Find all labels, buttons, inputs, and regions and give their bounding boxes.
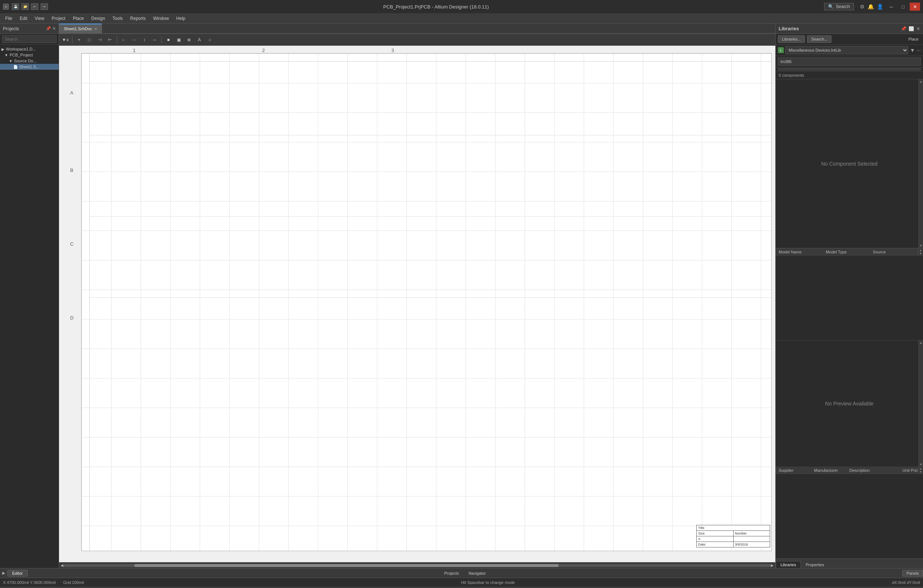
panel-pin-icon[interactable]: 📌 [46,26,51,31]
tab-close-icon[interactable]: ✕ [94,27,97,31]
tree-item-project[interactable]: ▼ PCB_Project [0,52,59,58]
circle-btn[interactable]: ○ [205,35,215,44]
source-label: Source Do... [14,59,36,63]
supplier-scroll-down[interactable]: ▼ [919,470,922,473]
scroll-right-btn[interactable]: ▶ [771,563,774,567]
lib-dropdown[interactable]: Miscellaneous Devices.IntLib [785,46,908,54]
search-button[interactable]: Search... [807,35,831,43]
size-number-row: Size Number [697,531,770,536]
canvas-area[interactable]: 1 2 3 A B C D Title Size [59,46,775,562]
tab-sheet1[interactable]: Sheet1.SchDoc ✕ [59,24,102,33]
arrow-left-btn[interactable]: ← [119,35,128,44]
text-btn[interactable]: A [195,35,204,44]
menu-item-view[interactable]: View [31,15,48,22]
panel-close-icon[interactable]: ✕ [53,26,56,31]
tree-item-sheet[interactable]: 📄 Sheet1.S... [0,64,59,70]
projects-search-input[interactable] [2,35,56,43]
lib-selector-row: L Miscellaneous Devices.IntLib ▼ ··· [776,45,923,56]
settings-icon[interactable]: ⚙ [860,4,865,10]
libraries-button[interactable]: Libraries... [778,35,805,43]
properties-tab[interactable]: Properties [801,561,829,568]
redo-icon[interactable]: ↪ [41,3,48,10]
row-label-c: C [70,241,74,247]
add-btn[interactable]: + [74,35,84,44]
search-icon: 🔍 [828,4,834,9]
lib-close-icon[interactable]: ✕ [916,26,920,31]
toolbar-icon-2[interactable]: 📁 [21,3,29,10]
menu-item-design[interactable]: Design [87,15,108,22]
center-area: Sheet1.SchDoc ✕ ▼≡ + □ ⊣ ⊢ ← → ↕ ↔ ■ ▣ ⊕… [59,24,775,568]
scroll-down-arrow[interactable]: ▼ [919,244,923,248]
libraries-panel: Libraries 📌 ⬜ ✕ Libraries... Search... P… [775,24,923,568]
fill-btn[interactable]: ■ [164,35,173,44]
preview-scrollbar[interactable]: ▲ ▼ [918,341,923,467]
number-label: Number [734,531,770,536]
preview-scroll-up[interactable]: ▲ [919,341,923,345]
h-resize-btn[interactable]: ↔ [150,35,159,44]
lib-search-input[interactable] [778,57,921,66]
pattern-btn[interactable]: ▣ [174,35,184,44]
scroll-up-arrow[interactable]: ▲ [919,79,923,84]
menu-item-place[interactable]: Place [69,15,87,22]
scroll-thumb[interactable] [135,564,559,567]
menu-item-edit[interactable]: Edit [16,15,31,22]
right-align-btn[interactable]: ⊢ [105,35,115,44]
tree-item-source[interactable]: ▼ Source Do... [0,58,59,64]
navigator-bottom-tab[interactable]: Navigator [464,570,491,577]
col-num-2: 2 [262,47,265,53]
scroll-left-btn[interactable]: ◀ [61,563,64,567]
delta-label: dX:0mil dY:0mil [892,580,920,585]
rect-btn[interactable]: □ [85,35,94,44]
supplier-table-body [776,474,923,559]
projects-tree: ▶ Workspace1.D... ▼ PCB_Project ▼ Source… [0,45,59,568]
lib-pin-icon[interactable]: 📌 [901,26,907,31]
menu-item-tools[interactable]: Tools [109,15,126,22]
model-scroll-up[interactable]: ▲ [919,249,922,252]
row-label-a: A [70,90,74,95]
menu-item-file[interactable]: File [2,15,16,22]
menu-item-help[interactable]: Help [172,15,189,22]
canvas-hline-2 [89,216,771,216]
supplier-table-header: Supplier Manufacturer Description Unit P… [776,467,923,474]
comp-list-scrollbar[interactable]: ▲ ▼ [918,79,923,248]
minimize-button[interactable]: ─ [886,3,897,11]
libraries-tab[interactable]: Libraries [776,561,801,568]
projects-bottom-tab[interactable]: Projects [439,570,464,577]
libraries-panel-title: Libraries [778,26,799,31]
filter-btn[interactable]: ▼≡ [61,35,70,44]
titlebar-search[interactable]: 🔍 Search [824,3,854,10]
v-resize-btn[interactable]: ↕ [140,35,149,44]
no-preview-label: No Preview Available [825,401,874,406]
lib-float-icon[interactable]: ⬜ [908,26,914,31]
preview-scroll-down[interactable]: ▼ [919,462,923,467]
notification-icon[interactable]: 🔔 [868,4,874,10]
panels-button[interactable]: Panels [902,570,923,577]
tree-item-workspace[interactable]: ▶ Workspace1.D... [0,46,59,52]
supplier-scrollbar[interactable]: ▲ ▼ [918,467,923,473]
left-align-btn[interactable]: ⊣ [95,35,105,44]
h-scrollbar[interactable]: ◀ ▶ [59,562,775,568]
toolbar-icon-1[interactable]: 💾 [12,3,19,10]
play-icon[interactable]: ▶ [0,571,7,575]
editor-tab[interactable]: Editor [7,570,28,577]
scroll-track[interactable] [64,564,771,567]
cross-btn[interactable]: ⊕ [184,35,194,44]
lib-options-icon[interactable]: ▼ [910,47,915,53]
menu-item-project[interactable]: Project [48,15,69,22]
model-scroll-down[interactable]: ▼ [919,252,922,255]
schematic-canvas[interactable] [81,53,772,551]
supplier-scroll-up[interactable]: ▲ [919,467,922,470]
close-button[interactable]: ✕ [910,3,920,11]
undo-icon[interactable]: ↩ [31,3,38,10]
user-icon[interactable]: 👤 [877,4,883,10]
menu-item-window[interactable]: Window [149,15,173,22]
menu-item-reports[interactable]: Reports [126,15,149,22]
main-layout: Projects 📌 ✕ ▶ Workspace1.D... ▼ PCB_Pro… [0,24,923,568]
comp-count-label: 0 components [778,73,804,77]
place-label[interactable]: Place [906,36,921,43]
maximize-button[interactable]: □ [898,3,908,11]
lib-more-icon[interactable]: ··· [916,47,921,53]
arrow-right-btn[interactable]: → [129,35,139,44]
model-table-scrollbar[interactable]: ▲ ▼ [918,249,923,255]
comp-list-area: No Component Selected ▲ ▼ [776,79,923,248]
